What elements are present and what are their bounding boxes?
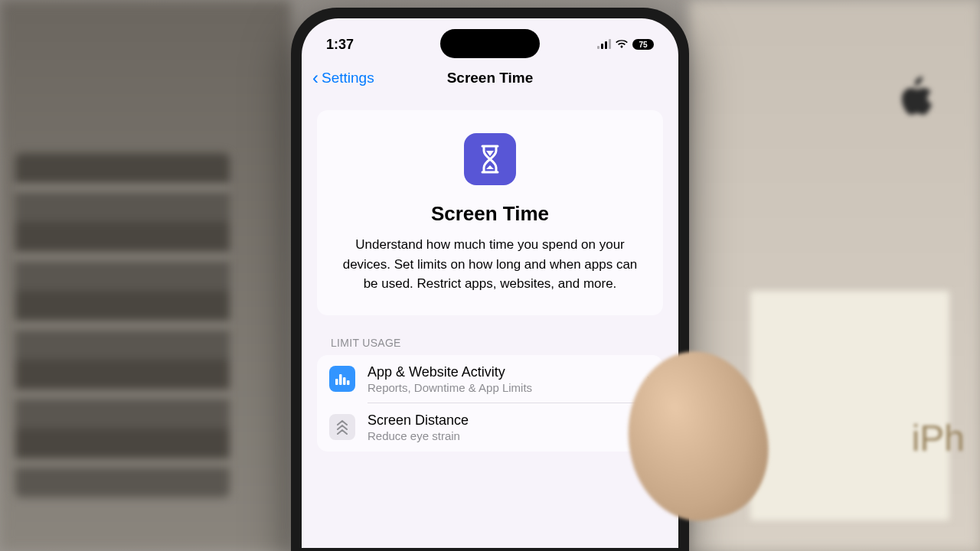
battery-level: 75	[632, 39, 654, 50]
cellular-signal-icon	[597, 40, 611, 49]
hero-card: Screen Time Understand how much time you…	[317, 110, 663, 315]
item-text: App & Website Activity Reports, Downtime…	[368, 364, 635, 394]
phone-screen: 1:37 75 ‹ Settings	[302, 18, 678, 548]
distance-arrows-icon	[329, 414, 355, 440]
svg-rect-0	[335, 379, 338, 385]
app-website-activity-item[interactable]: App & Website Activity Reports, Downtime…	[317, 355, 663, 403]
back-label: Settings	[322, 70, 374, 86]
svg-rect-2	[343, 377, 346, 385]
screen-time-icon	[464, 133, 516, 185]
dynamic-island	[440, 29, 540, 58]
background-box-text: iPh	[912, 417, 965, 459]
phone-frame: 1:37 75 ‹ Settings	[291, 8, 689, 551]
back-button[interactable]: ‹ Settings	[312, 67, 374, 89]
section-header-limit-usage: LIMIT USAGE	[331, 337, 663, 349]
svg-rect-1	[339, 374, 342, 385]
chevron-left-icon: ‹	[312, 67, 318, 89]
hero-title: Screen Time	[338, 202, 642, 226]
item-subtitle: Reduce eye strain	[368, 429, 635, 442]
navigation-bar: ‹ Settings Screen Time	[302, 60, 678, 96]
content-area: Screen Time Understand how much time you…	[302, 110, 678, 452]
battery-icon: 75	[632, 39, 654, 50]
page-title: Screen Time	[447, 70, 534, 86]
limit-usage-list: App & Website Activity Reports, Downtime…	[317, 355, 663, 452]
status-icons: 75	[597, 39, 654, 50]
apple-logo-icon	[897, 77, 934, 130]
background-box	[750, 291, 949, 520]
item-title: App & Website Activity	[368, 364, 635, 380]
activity-chart-icon	[329, 366, 355, 392]
svg-rect-3	[347, 380, 350, 385]
item-title: Screen Distance	[368, 412, 635, 429]
hero-description: Understand how much time you spend on yo…	[338, 235, 642, 294]
status-time: 1:37	[326, 37, 354, 53]
screen-distance-item[interactable]: Screen Distance Reduce eye strain ›	[317, 403, 663, 452]
wifi-icon	[616, 40, 628, 49]
background-phone-stack	[15, 153, 230, 497]
item-subtitle: Reports, Downtime & App Limits	[368, 381, 635, 394]
item-text: Screen Distance Reduce eye strain	[368, 412, 635, 442]
